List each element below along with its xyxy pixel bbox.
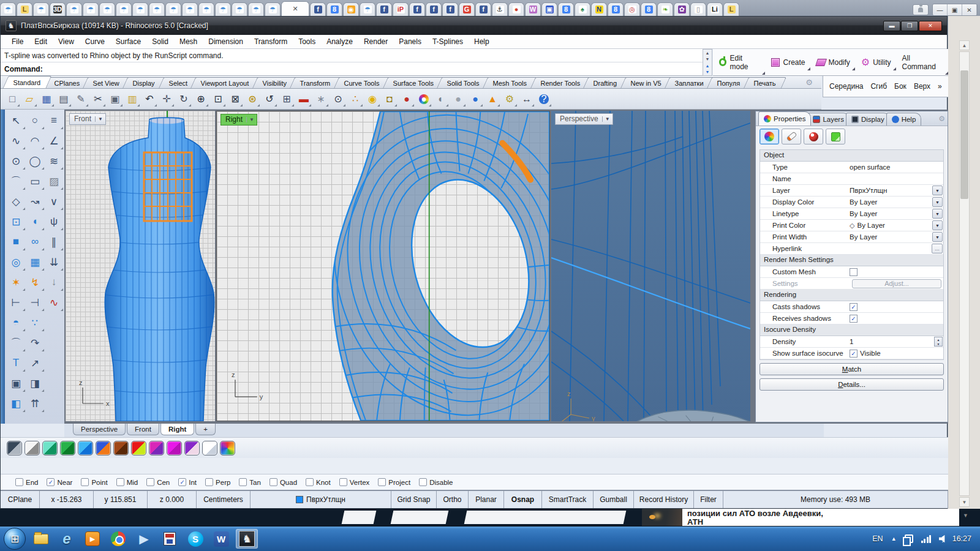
toolbar-icon-button[interactable]: ◐	[433, 91, 449, 107]
toolbar-icon-button[interactable]: ⚙	[502, 91, 518, 107]
palette-tool-button[interactable]: ↷	[26, 333, 44, 353]
toolbar-tab[interactable]: Surface Tools	[383, 77, 444, 88]
menu-item[interactable]: Edit	[29, 36, 52, 48]
taskbar-button[interactable]: S	[184, 529, 206, 549]
toolbar-tab[interactable]: Render Tools	[530, 77, 591, 88]
language-indicator[interactable]: EN	[872, 534, 883, 543]
osnap-toggle[interactable]: Near	[47, 478, 72, 486]
viewport-tab[interactable]: Right	[160, 424, 194, 435]
property-value[interactable]: 1 ▲▼	[847, 336, 943, 347]
browser-tab[interactable]: ☂	[149, 2, 165, 16]
tsplines-toolbar-button[interactable]: Edit mode	[719, 54, 765, 71]
palette-tool-button[interactable]: ∞	[26, 232, 44, 252]
status-cell[interactable]: Gumball	[594, 491, 634, 508]
checkbox[interactable]	[81, 478, 89, 486]
dropdown-arrow[interactable]: ▼	[932, 209, 943, 219]
menu-item[interactable]: Surface	[111, 36, 146, 48]
browser-tab[interactable]: ◎	[624, 2, 640, 16]
window-control-button[interactable]: ✕	[962, 4, 977, 15]
palette-tool-button[interactable]: ⌒	[7, 171, 25, 191]
close-button[interactable]: ✕	[919, 21, 942, 31]
osnap-toggle[interactable]: Knot	[306, 478, 331, 486]
checkbox[interactable]	[850, 350, 858, 358]
tsplines-toolbar-button[interactable]: Modify	[816, 58, 855, 67]
palette-tool-button[interactable]: ψ	[45, 212, 63, 231]
toolbar-tab[interactable]: Solid Tools	[437, 77, 490, 88]
taskbar-button[interactable]	[159, 529, 181, 549]
browser-tab[interactable]: ☂	[360, 2, 375, 16]
osnap-toggle[interactable]: Perp	[205, 478, 230, 486]
palette-tool-button[interactable]: ◠	[26, 131, 44, 151]
palette-tool-button[interactable]: ◨	[26, 373, 44, 393]
palette-tool-button[interactable]: ▭	[26, 171, 44, 191]
title-bar[interactable]: ♞ ПлатВпскБирюза (10914 KB) - Rhinoceros…	[1, 17, 947, 35]
menu-item[interactable]: View	[53, 36, 79, 48]
checkbox[interactable]	[339, 478, 347, 486]
color-swatch-button[interactable]	[96, 441, 111, 455]
adjust-button[interactable]: Adjust...	[852, 279, 941, 288]
viewport-title-front[interactable]: Front▼	[69, 113, 106, 125]
status-cell[interactable]: Memory use: 493 MB	[723, 491, 948, 508]
scroll-down-arrow[interactable]: ▼	[959, 497, 970, 507]
checkbox[interactable]	[850, 315, 858, 323]
osnap-toggle[interactable]: End	[15, 478, 38, 486]
toolbar-icon-button[interactable]: ✛	[159, 91, 175, 107]
palette-tool-button[interactable]: ⌒	[7, 333, 25, 353]
browser-tab[interactable]: f	[310, 2, 326, 16]
browser-tab[interactable]: ●	[508, 2, 524, 16]
viewport-tab[interactable]: Perspective	[73, 424, 126, 435]
value-spinner[interactable]: ▲▼	[934, 337, 943, 347]
browser-tab[interactable]: L	[723, 2, 739, 16]
toolbar-icon-button[interactable]: ⊙	[330, 91, 346, 107]
viewport-tab[interactable]: Front	[127, 424, 159, 435]
page-button[interactable]	[826, 129, 845, 144]
browser-tab[interactable]: ☂	[99, 2, 115, 16]
menu-item[interactable]: Panels	[394, 36, 426, 48]
palette-tool-button[interactable]: ◎	[7, 252, 25, 272]
palette-tool-button[interactable]: ⊙	[7, 151, 25, 171]
toolbar-icon-button[interactable]: ▱	[21, 91, 37, 107]
palette-tool-button[interactable]: ≋	[45, 151, 63, 171]
color-swatch-button[interactable]	[42, 441, 58, 455]
palette-tool-button[interactable]: ≡	[45, 111, 63, 130]
palette-tool-button[interactable]: T	[7, 353, 25, 373]
status-cell[interactable]: CPlane	[1, 491, 40, 508]
property-value[interactable]	[847, 313, 943, 324]
status-cell[interactable]: x -15.263	[40, 491, 94, 508]
menu-item[interactable]: Mesh	[175, 36, 202, 48]
toolbar-tab[interactable]: Curve Tools	[334, 77, 390, 88]
browser-tab[interactable]: ✿	[674, 2, 690, 16]
menu-item[interactable]: Analyze	[322, 36, 358, 48]
texture-mapping-button[interactable]	[804, 129, 823, 144]
toolbar-icon-button[interactable]: ▬	[296, 91, 312, 107]
taskbar-button[interactable]	[107, 529, 129, 549]
menu-item[interactable]: Curve	[80, 36, 110, 48]
color-swatch-button[interactable]	[167, 441, 182, 455]
taskbar-button[interactable]: e	[56, 529, 78, 549]
toolbar-icon-button[interactable]: ↔	[519, 91, 535, 107]
viewport-tab[interactable]: +	[195, 424, 216, 435]
toolbar-tab[interactable]: Mesh Tools	[483, 77, 537, 88]
toolbar-icon-button[interactable]: ↺	[262, 91, 277, 107]
toolbar-icon-button[interactable]: ▲	[484, 91, 500, 107]
palette-tool-button[interactable]	[45, 373, 63, 393]
status-cell[interactable]: ПврхУтлщн	[251, 491, 391, 508]
palette-tool-button[interactable]: ◯	[26, 151, 44, 171]
checkbox[interactable]	[850, 268, 858, 276]
palette-tool-button[interactable]: ⊣	[26, 293, 44, 312]
browser-tab[interactable]: ☂	[66, 2, 82, 16]
toolbar-icon-button[interactable]: ▥	[124, 91, 140, 107]
toolbar-icon-button[interactable]: ?	[536, 91, 552, 107]
property-value[interactable]: ◇ ▼ ... ▲▼	[847, 243, 943, 254]
osnap-toggle[interactable]: Point	[81, 478, 107, 486]
viewport-title-right[interactable]: Right▼	[221, 114, 257, 126]
status-cell[interactable]: Record History	[634, 491, 694, 508]
object-properties-button[interactable]	[760, 129, 779, 144]
property-value[interactable]: ◇ ▼ ... ▲▼	[847, 173, 943, 184]
toolbar-icon-button[interactable]: ▤	[56, 91, 72, 107]
browser-tab[interactable]: ☂	[198, 2, 214, 16]
property-row[interactable]: Layer ◇ ПврхУтлщн ▼ ... ▲▼	[760, 185, 943, 197]
property-value[interactable]: Adjust...	[847, 278, 943, 289]
browser-tab[interactable]: ✕	[281, 1, 309, 16]
palette-tool-button[interactable]: ↯	[26, 272, 44, 292]
